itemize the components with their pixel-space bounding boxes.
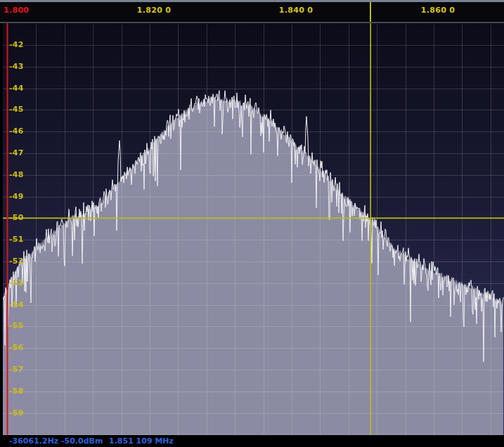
db-tick-label: -43 bbox=[9, 62, 24, 71]
cursor-level-readout: -50.0dBm bbox=[61, 436, 103, 446]
db-tick-label: -58 bbox=[9, 387, 24, 396]
freq-tick-label: 1.860 0 bbox=[410, 6, 466, 15]
db-tick-label: -50 bbox=[9, 213, 24, 222]
freq-tick-label: 1.840 0 bbox=[268, 6, 324, 15]
spectrum-analyzer-screen: 1.8001.820 01.840 01.860 0 -42-43-44-45-… bbox=[0, 0, 504, 447]
db-tick-label: -45 bbox=[9, 105, 24, 114]
db-tick-label: -54 bbox=[9, 300, 24, 309]
db-tick-label: -57 bbox=[9, 365, 24, 374]
db-tick-label: -59 bbox=[9, 408, 24, 417]
db-tick-label: -46 bbox=[9, 127, 24, 136]
db-tick-label: -48 bbox=[9, 170, 24, 179]
db-tick-label: -56 bbox=[9, 343, 24, 352]
db-tick-label: -49 bbox=[9, 192, 24, 201]
freq-tick-label: 1.820 0 bbox=[126, 6, 182, 15]
db-tick-label: -51 bbox=[9, 235, 24, 244]
db-tick-label: -53 bbox=[9, 278, 24, 287]
db-tick-label: -44 bbox=[9, 84, 24, 93]
spectrum-plot-area[interactable]: -42-43-44-45-46-47-48-49-50-51-52-53-54-… bbox=[0, 22, 504, 435]
freq-tick-label: 1.800 bbox=[4, 6, 46, 15]
db-tick-label: -42 bbox=[9, 40, 24, 49]
cursor-offset-readout: -36061.2Hz bbox=[9, 436, 58, 446]
db-tick-label: -52 bbox=[9, 257, 24, 266]
status-bar: -36061.2Hz -50.0dBm 1.851 109 MHz bbox=[0, 435, 504, 447]
spectrum-canvas[interactable] bbox=[0, 22, 504, 435]
cursor-vertical-line[interactable] bbox=[370, 2, 371, 22]
db-tick-label: -55 bbox=[9, 321, 24, 330]
cursor-frequency-readout: 1.851 109 MHz bbox=[109, 436, 174, 446]
frequency-axis-bar: 1.8001.820 01.840 01.860 0 bbox=[0, 2, 504, 22]
db-tick-label: -47 bbox=[9, 148, 24, 157]
